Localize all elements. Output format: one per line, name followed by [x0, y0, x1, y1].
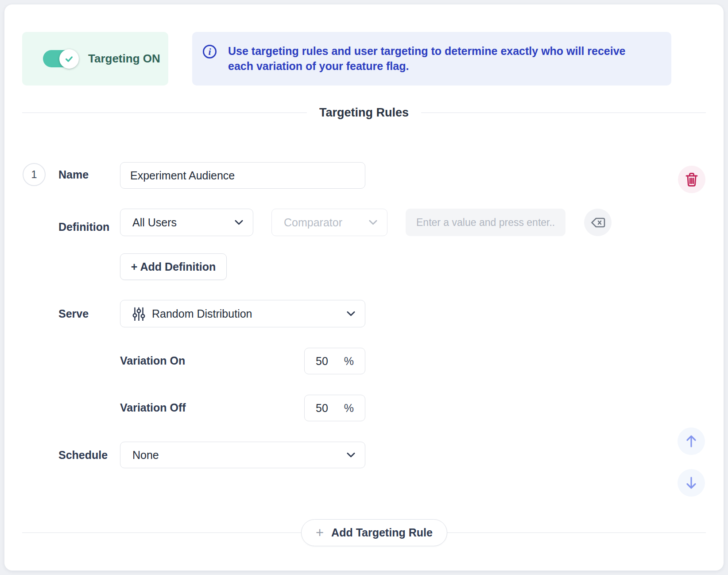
section-heading: Targeting Rules [22, 105, 706, 120]
audience-select-value: All Users [132, 216, 177, 229]
targeting-toggle[interactable] [43, 50, 78, 67]
percent-suffix: % [344, 355, 354, 368]
serve-select[interactable]: Random Distribution [120, 300, 365, 327]
add-targeting-rule-label: Add Targeting Rule [331, 526, 433, 539]
chevron-down-icon [235, 220, 243, 225]
info-icon: i [203, 45, 217, 58]
arrow-up-icon [684, 434, 698, 449]
audience-select[interactable]: All Users [120, 209, 253, 236]
page-title: Targeting Rules [319, 106, 409, 120]
targeting-card: Targeting ON i Use targeting rules and u… [4, 4, 724, 571]
sliders-icon [132, 307, 145, 321]
heading-divider-left [22, 113, 307, 113]
chevron-down-icon [347, 452, 355, 458]
heading-divider-right [421, 113, 706, 113]
trash-icon [685, 172, 698, 187]
comparator-select-value: Comparator [284, 216, 342, 229]
targeting-toggle-label: Targeting ON [88, 52, 160, 66]
backspace-icon [591, 218, 605, 228]
check-icon [64, 54, 74, 64]
schedule-select[interactable]: None [120, 442, 365, 468]
name-label: Name [58, 168, 89, 181]
clear-definition-button[interactable] [584, 209, 612, 236]
move-rule-up-button[interactable] [678, 427, 705, 455]
arrow-down-icon [684, 475, 698, 490]
rule-name-input[interactable] [120, 162, 365, 189]
variation-on-field: % [304, 348, 365, 374]
definition-label: Definition [58, 220, 109, 233]
chevron-down-icon [347, 311, 355, 316]
toggle-thumb [59, 49, 79, 69]
add-definition-button[interactable]: + Add Definition [120, 253, 227, 280]
serve-select-value: Random Distribution [152, 307, 252, 320]
variation-off-input[interactable] [316, 402, 341, 415]
serve-label: Serve [58, 307, 89, 320]
info-banner-text: Use targeting rules and user targeting t… [228, 43, 644, 74]
comparator-select[interactable]: Comparator [271, 209, 387, 236]
delete-rule-button[interactable] [678, 166, 705, 193]
targeting-toggle-container: Targeting ON [22, 32, 168, 85]
percent-suffix: % [344, 402, 354, 415]
rule-number-badge: 1 [23, 163, 46, 186]
variation-on-input[interactable] [316, 355, 341, 368]
schedule-select-value: None [132, 449, 159, 462]
chevron-down-icon [369, 220, 377, 225]
move-rule-down-button[interactable] [678, 469, 705, 497]
schedule-label: Schedule [58, 448, 108, 462]
variation-on-label: Variation On [120, 354, 185, 367]
definition-value-input[interactable] [406, 209, 565, 236]
plus-icon: + [316, 526, 324, 540]
add-targeting-rule-button[interactable]: + Add Targeting Rule [301, 519, 447, 546]
variation-off-field: % [304, 395, 365, 421]
variation-off-label: Variation Off [120, 401, 186, 414]
info-banner: i Use targeting rules and user targeting… [192, 32, 671, 85]
